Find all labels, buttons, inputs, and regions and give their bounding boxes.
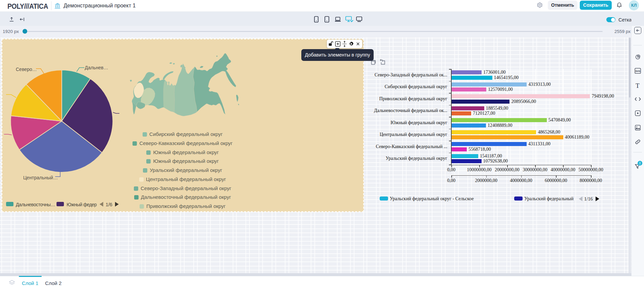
svg-text:SVG: SVG <box>635 70 640 72</box>
